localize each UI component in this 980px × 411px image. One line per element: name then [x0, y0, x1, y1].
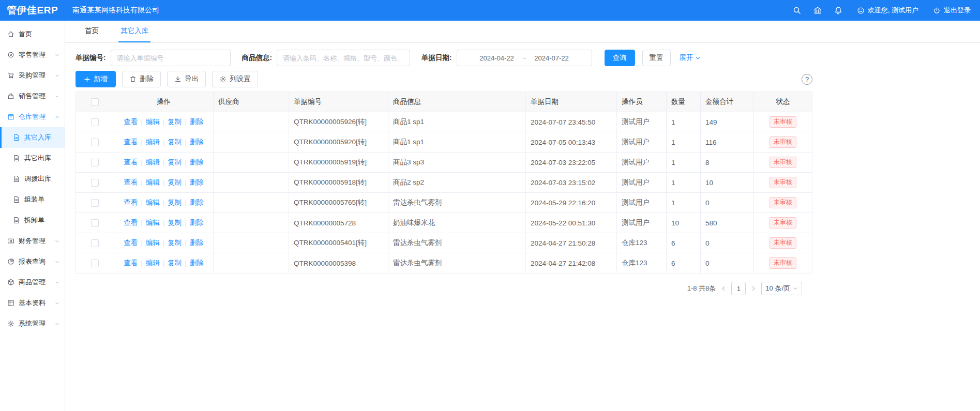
search-icon[interactable]	[793, 6, 801, 14]
row-action-view[interactable]: 查看	[124, 138, 138, 146]
row-action-edit[interactable]: 编辑	[146, 158, 160, 166]
row-checkbox[interactable]	[91, 219, 99, 227]
row-checkbox[interactable]	[91, 179, 99, 187]
row-action-edit[interactable]: 编辑	[146, 118, 160, 126]
row-action-edit[interactable]: 编辑	[146, 199, 160, 206]
logout-button[interactable]: 退出登录	[933, 6, 971, 15]
row-action-delete[interactable]: 删除	[190, 138, 204, 146]
sidebar-subitem-other-inbound[interactable]: 其它入库	[0, 127, 65, 148]
cell-status: 未审核	[754, 153, 812, 173]
sidebar-item-retail[interactable]: 零售管理	[0, 44, 65, 65]
select-all-checkbox[interactable]	[91, 98, 99, 106]
page-number[interactable]: 1	[731, 282, 746, 295]
action-separator: |	[163, 259, 165, 267]
row-action-view[interactable]: 查看	[124, 259, 138, 267]
row-checkbox[interactable]	[91, 239, 99, 247]
doc-no-input[interactable]	[111, 50, 231, 66]
sidebar-subitem-label: 其它出库	[24, 154, 65, 163]
date-range-picker[interactable]: 2024-04-22 ~ 2024-07-22	[457, 50, 592, 66]
tab-other-inbound[interactable]: 其它入库	[118, 21, 150, 42]
row-action-view[interactable]: 查看	[124, 158, 138, 166]
row-action-view[interactable]: 查看	[124, 118, 138, 126]
row-action-copy[interactable]: 复制	[168, 178, 182, 186]
sidebar-subitem-disassembly-order[interactable]: 拆卸单	[0, 210, 65, 231]
sidebar-subitem-transfer-outbound[interactable]: 调拨出库	[0, 169, 65, 189]
sidebar-item-finance[interactable]: 财务管理	[0, 231, 65, 251]
export-button[interactable]: 导出	[167, 71, 206, 87]
row-action-edit[interactable]: 编辑	[146, 239, 160, 247]
row-action-delete[interactable]: 删除	[190, 118, 204, 126]
sidebar-item-system[interactable]: 系统管理	[0, 313, 65, 334]
row-action-view[interactable]: 查看	[124, 219, 138, 226]
cell-amount: 0	[701, 233, 754, 253]
row-action-edit[interactable]: 编辑	[146, 178, 160, 186]
column-header: 金额合计	[701, 92, 754, 112]
sidebar-item-product[interactable]: 商品管理	[0, 272, 65, 293]
delete-button[interactable]: 删除	[122, 71, 161, 87]
sidebar-item-home[interactable]: 首页	[0, 24, 65, 44]
row-action-copy[interactable]: 复制	[168, 158, 182, 166]
row-action-copy[interactable]: 复制	[168, 239, 182, 247]
row-action-view[interactable]: 查看	[124, 199, 138, 206]
sidebar-subitem-other-outbound[interactable]: 其它出库	[0, 148, 65, 169]
cell-amount: 580	[701, 213, 754, 233]
row-action-delete[interactable]: 删除	[190, 199, 204, 206]
sidebar-item-warehouse[interactable]: 仓库管理	[0, 106, 65, 127]
row-action-delete[interactable]: 删除	[190, 219, 204, 226]
expand-filters-link[interactable]: 展开	[680, 53, 701, 63]
row-checkbox[interactable]	[91, 260, 99, 267]
date-start[interactable]: 2024-04-22	[479, 54, 514, 62]
sidebar-item-basic[interactable]: 基本资料	[0, 293, 65, 313]
row-checkbox[interactable]	[91, 199, 99, 207]
prev-page-icon[interactable]	[720, 285, 727, 292]
sidebar-item-sales[interactable]: 销售管理	[0, 86, 65, 106]
row-action-delete[interactable]: 删除	[190, 239, 204, 247]
expand-label: 展开	[680, 53, 693, 63]
row-checkbox[interactable]	[91, 159, 99, 166]
date-end[interactable]: 2024-07-22	[534, 54, 569, 62]
row-action-copy[interactable]: 复制	[168, 259, 182, 267]
cell-operator: 测试用户	[617, 112, 667, 132]
row-action-edit[interactable]: 编辑	[146, 138, 160, 146]
bell-icon[interactable]	[834, 6, 842, 14]
cell-doc-no: QTRK00000005401[转]	[289, 233, 388, 253]
product-info-input[interactable]	[277, 50, 410, 66]
cell-date: 2024-07-07 23:45:50	[526, 112, 617, 132]
doc-icon	[13, 155, 20, 162]
tab-home[interactable]: 首页	[83, 21, 101, 42]
help-icon[interactable]: ?	[802, 74, 812, 85]
search-button[interactable]: 查询	[605, 50, 635, 66]
add-button[interactable]: 新增	[76, 71, 116, 87]
cell-qty: 6	[667, 253, 701, 273]
cell-operator: 测试用户	[617, 132, 667, 153]
row-action-copy[interactable]: 复制	[168, 199, 182, 206]
cell-supplier	[214, 193, 289, 213]
row-select-cell	[76, 153, 114, 173]
column-settings-button[interactable]: 列设置	[212, 71, 258, 87]
bank-icon[interactable]	[813, 6, 822, 14]
row-action-edit[interactable]: 编辑	[146, 219, 160, 226]
sidebar-item-report[interactable]: 报表查询	[0, 251, 65, 272]
row-select-cell	[76, 132, 114, 153]
row-actions-cell: 查看|编辑|复制|删除	[114, 173, 214, 193]
status-badge: 未审核	[770, 237, 796, 249]
row-checkbox[interactable]	[91, 139, 99, 146]
row-checkbox[interactable]	[91, 118, 99, 126]
row-action-copy[interactable]: 复制	[168, 138, 182, 146]
row-action-edit[interactable]: 编辑	[146, 259, 160, 267]
row-action-delete[interactable]: 删除	[190, 158, 204, 166]
welcome-user[interactable]: 欢迎您, 测试用户	[857, 6, 918, 15]
row-action-copy[interactable]: 复制	[168, 219, 182, 226]
row-action-view[interactable]: 查看	[124, 239, 138, 247]
row-action-delete[interactable]: 删除	[190, 259, 204, 267]
next-page-icon[interactable]	[750, 285, 757, 292]
row-action-delete[interactable]: 删除	[190, 178, 204, 186]
sidebar-item-purchase[interactable]: 采购管理	[0, 65, 65, 86]
sidebar-subitem-assembly-order[interactable]: 组装单	[0, 189, 65, 210]
chevron-down-icon	[54, 238, 60, 244]
cell-amount: 0	[701, 253, 754, 273]
row-action-copy[interactable]: 复制	[168, 118, 182, 126]
reset-button[interactable]: 重置	[642, 50, 671, 66]
row-action-view[interactable]: 查看	[124, 178, 138, 186]
page-size-select[interactable]: 10 条/页	[761, 282, 802, 295]
